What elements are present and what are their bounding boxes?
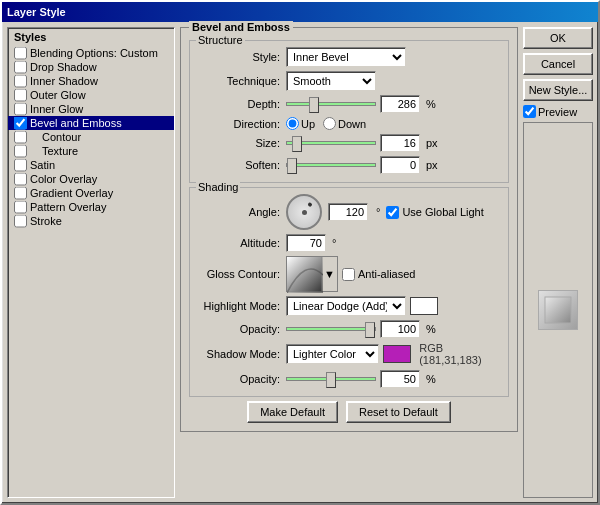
inner-glow-checkbox[interactable]: [14, 103, 27, 116]
contour-preview[interactable]: [286, 256, 322, 292]
shadow-mode-select[interactable]: Lighter Color Normal Multiply Screen: [286, 344, 379, 364]
sidebar-item-pattern-overlay[interactable]: Pattern Overlay: [8, 200, 174, 214]
gradient-overlay-checkbox[interactable]: [14, 187, 27, 200]
bevel-emboss-checkbox[interactable]: [14, 117, 27, 130]
direction-down-label[interactable]: Down: [323, 117, 366, 130]
sidebar-item-texture[interactable]: Texture: [8, 144, 174, 158]
angle-input[interactable]: [328, 203, 368, 221]
make-default-button[interactable]: Make Default: [247, 401, 338, 423]
blending-checkbox[interactable]: [14, 47, 27, 60]
sidebar-item-blending[interactable]: Blending Options: Custom: [8, 46, 174, 60]
texture-label: Texture: [42, 145, 78, 157]
shadow-opacity-input[interactable]: [380, 370, 420, 388]
contour-picker[interactable]: ▼: [286, 256, 338, 292]
altitude-input[interactable]: [286, 234, 326, 252]
sidebar-item-color-overlay[interactable]: Color Overlay: [8, 172, 174, 186]
svg-rect-1: [545, 297, 571, 323]
gloss-contour-row: Gloss Contour: ▼ Ant: [196, 256, 502, 292]
sidebar-item-inner-shadow[interactable]: Inner Shadow: [8, 74, 174, 88]
style-select[interactable]: Inner Bevel Outer Bevel Emboss Pillow Em…: [286, 47, 406, 67]
stroke-label: Stroke: [30, 215, 62, 227]
contour-dropdown-btn[interactable]: ▼: [322, 256, 338, 292]
drop-shadow-checkbox[interactable]: [14, 61, 27, 74]
preview-checkbox[interactable]: [523, 105, 536, 118]
sidebar-item-outer-glow[interactable]: Outer Glow: [8, 88, 174, 102]
new-style-button[interactable]: New Style...: [523, 79, 593, 101]
pattern-overlay-checkbox[interactable]: [14, 201, 27, 214]
blending-label: Blending Options: Custom: [30, 47, 158, 59]
depth-input[interactable]: [380, 95, 420, 113]
structure-title: Structure: [196, 34, 245, 46]
sidebar-item-bevel-emboss[interactable]: Bevel and Emboss: [8, 116, 174, 130]
size-slider[interactable]: [286, 136, 376, 150]
color-overlay-label: Color Overlay: [30, 173, 97, 185]
highlight-color-swatch[interactable]: [410, 297, 438, 315]
shadow-color-rgb: RGB (181,31,183): [419, 342, 502, 366]
size-input[interactable]: [380, 134, 420, 152]
cancel-button[interactable]: Cancel: [523, 53, 593, 75]
texture-checkbox[interactable]: [14, 145, 27, 158]
direction-down-text: Down: [338, 118, 366, 130]
sidebar-item-drop-shadow[interactable]: Drop Shadow: [8, 60, 174, 74]
style-row: Style: Inner Bevel Outer Bevel Emboss Pi…: [196, 47, 502, 67]
angle-unit: °: [376, 206, 380, 218]
stroke-checkbox[interactable]: [14, 215, 27, 228]
angle-label: Angle:: [196, 206, 286, 218]
shadow-mode-row: Shadow Mode: Lighter Color Normal Multip…: [196, 342, 502, 366]
outer-glow-checkbox[interactable]: [14, 89, 27, 102]
altitude-label: Altitude:: [196, 237, 286, 249]
global-light-label[interactable]: Use Global Light: [386, 206, 483, 219]
drop-shadow-label: Drop Shadow: [30, 61, 97, 73]
window-title: Layer Style: [7, 6, 66, 18]
anti-aliased-checkbox[interactable]: [342, 268, 355, 281]
satin-label: Satin: [30, 159, 55, 171]
direction-up-radio[interactable]: [286, 117, 299, 130]
angle-row: Angle: ° Use Global Light: [196, 194, 502, 230]
soften-input[interactable]: [380, 156, 420, 174]
size-label: Size:: [196, 137, 286, 149]
technique-label: Technique:: [196, 75, 286, 87]
direction-label: Direction:: [196, 118, 286, 130]
color-overlay-checkbox[interactable]: [14, 173, 27, 186]
satin-checkbox[interactable]: [14, 159, 27, 172]
highlight-mode-row: Highlight Mode: Linear Dodge (Add) Norma…: [196, 296, 502, 316]
sidebar-item-gradient-overlay[interactable]: Gradient Overlay: [8, 186, 174, 200]
shadow-opacity-slider[interactable]: [286, 372, 376, 386]
outer-glow-label: Outer Glow: [30, 89, 86, 101]
shadow-opacity-unit: %: [426, 373, 436, 385]
styles-list: Blending Options: Custom Drop Shadow Inn…: [8, 46, 174, 228]
highlight-mode-label: Highlight Mode:: [196, 300, 286, 312]
direction-up-text: Up: [301, 118, 315, 130]
dial-indicator: [307, 202, 312, 207]
anti-aliased-label[interactable]: Anti-aliased: [342, 268, 415, 281]
highlight-opacity-label: Opacity:: [196, 323, 286, 335]
direction-down-radio[interactable]: [323, 117, 336, 130]
reset-to-default-button[interactable]: Reset to Default: [346, 401, 451, 423]
highlight-opacity-input[interactable]: [380, 320, 420, 338]
left-panel: Styles Blending Options: Custom Drop Sha…: [7, 27, 175, 498]
gloss-contour-label: Gloss Contour:: [196, 268, 286, 280]
highlight-opacity-row: Opacity: %: [196, 320, 502, 338]
sidebar-item-stroke[interactable]: Stroke: [8, 214, 174, 228]
soften-row: Soften: px: [196, 156, 502, 174]
sidebar-item-inner-glow[interactable]: Inner Glow: [8, 102, 174, 116]
technique-select[interactable]: Smooth Chisel Hard Chisel Soft: [286, 71, 376, 91]
highlight-mode-select[interactable]: Linear Dodge (Add) Normal Multiply Scree…: [286, 296, 406, 316]
soften-slider[interactable]: [286, 158, 376, 172]
soften-label: Soften:: [196, 159, 286, 171]
shadow-color-swatch[interactable]: [383, 345, 411, 363]
depth-slider[interactable]: [286, 97, 376, 111]
angle-dial[interactable]: [286, 194, 322, 230]
inner-shadow-checkbox[interactable]: [14, 75, 27, 88]
inner-shadow-label: Inner Shadow: [30, 75, 98, 87]
contour-checkbox[interactable]: [14, 131, 27, 144]
bevel-emboss-group: Bevel and Emboss Structure Style: Inner …: [180, 27, 518, 432]
highlight-opacity-slider[interactable]: [286, 322, 376, 336]
layer-style-window: Layer Style Styles Blending Options: Cus…: [0, 0, 600, 505]
direction-up-label[interactable]: Up: [286, 117, 315, 130]
altitude-unit: °: [332, 237, 336, 249]
ok-button[interactable]: OK: [523, 27, 593, 49]
sidebar-item-contour[interactable]: Contour: [8, 130, 174, 144]
global-light-checkbox[interactable]: [386, 206, 399, 219]
sidebar-item-satin[interactable]: Satin: [8, 158, 174, 172]
